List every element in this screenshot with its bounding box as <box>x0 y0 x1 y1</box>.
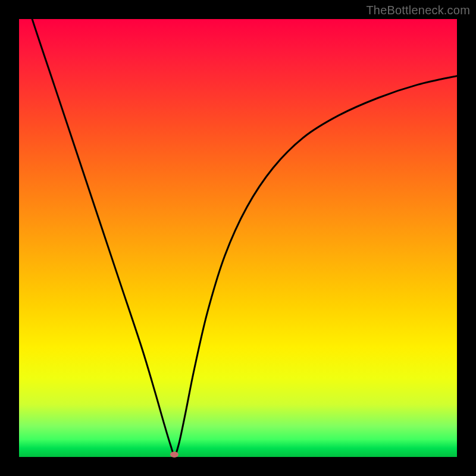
curve-svg <box>19 19 457 457</box>
watermark-text: TheBottleneck.com <box>366 4 470 17</box>
bottleneck-curve <box>19 19 457 455</box>
plot-area <box>19 19 457 457</box>
minimum-point-marker <box>170 452 178 458</box>
chart-container: TheBottleneck.com <box>0 0 476 476</box>
